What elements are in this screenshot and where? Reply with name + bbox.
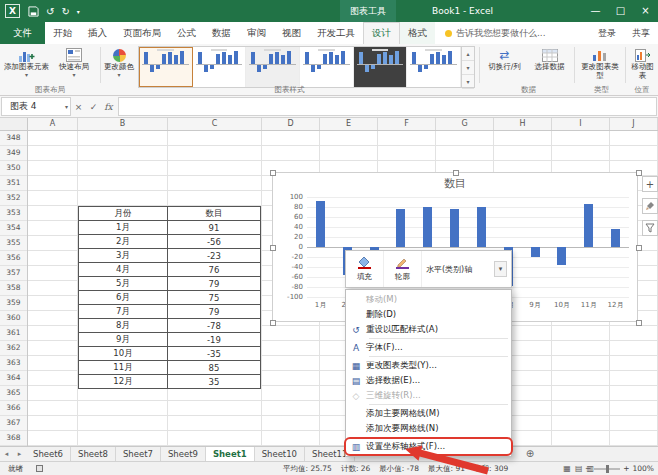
table-cell[interactable]: 3月: [79, 249, 168, 263]
save-icon[interactable]: [28, 6, 39, 17]
selection-handle[interactable]: [453, 170, 459, 176]
column-header-A[interactable]: A: [28, 118, 78, 130]
ribbon-tab-formulas[interactable]: 公式: [169, 22, 204, 44]
chart-style-4[interactable]: [300, 47, 354, 87]
change-colors-button[interactable]: 更改颜色 ▾: [102, 46, 136, 86]
sign-in-button[interactable]: 登录: [590, 22, 624, 44]
table-cell[interactable]: 75: [168, 291, 261, 305]
gallery-scroll-up-icon[interactable]: ▴: [462, 47, 474, 61]
chart-bar[interactable]: [423, 207, 432, 247]
table-cell[interactable]: 8月: [79, 319, 168, 333]
table-cell[interactable]: -56: [168, 235, 261, 249]
row-header-353[interactable]: 353: [0, 206, 27, 221]
context-menu-item-select-data[interactable]: ▤选择数据(E)...: [346, 373, 511, 388]
ribbon-tab-review[interactable]: 审阅: [239, 22, 274, 44]
customize-qat-icon[interactable]: ▾: [77, 8, 80, 15]
name-box[interactable]: 图表 4 ▾: [1, 97, 71, 116]
chart-style-1[interactable]: [139, 47, 193, 87]
row-header-356[interactable]: 356: [0, 251, 27, 266]
row-header-360[interactable]: 360: [0, 311, 27, 326]
table-cell[interactable]: -19: [168, 333, 261, 347]
column-header-E[interactable]: E: [320, 118, 378, 130]
insert-function-icon[interactable]: fx: [101, 102, 116, 112]
table-cell[interactable]: -35: [168, 347, 261, 361]
chart-style-2[interactable]: [193, 47, 247, 87]
table-cell[interactable]: -78: [168, 319, 261, 333]
chart-styles-brush-icon[interactable]: [642, 198, 658, 214]
row-header-349[interactable]: 349: [0, 146, 27, 161]
redo-icon[interactable]: ↻: [61, 6, 69, 17]
table-header-0[interactable]: 月份: [79, 207, 168, 221]
macro-record-icon[interactable]: [36, 465, 43, 472]
chart-elements-plus-icon[interactable]: +: [642, 176, 658, 192]
row-header-362[interactable]: 362: [0, 341, 27, 356]
add-chart-element-button[interactable]: 添加图表元素 ▾: [3, 46, 50, 86]
ribbon-tab-view[interactable]: 视图: [274, 22, 309, 44]
table-cell[interactable]: 35: [168, 375, 261, 389]
quick-layout-button[interactable]: 快速布局 ▾: [52, 46, 96, 86]
context-menu-item-add-major-gridlines[interactable]: 添加主要网格线(M): [346, 406, 511, 421]
zoom-slider-thumb[interactable]: [606, 465, 609, 473]
formula-input[interactable]: [118, 97, 657, 116]
row-header-363[interactable]: 363: [0, 356, 27, 371]
row-header-355[interactable]: 355: [0, 236, 27, 251]
context-menu-item-delete[interactable]: 删除(D): [346, 307, 511, 322]
row-header-367[interactable]: 367: [0, 416, 27, 431]
cancel-formula-icon[interactable]: ×: [71, 102, 86, 112]
row-header-354[interactable]: 354: [0, 221, 27, 236]
row-header-358[interactable]: 358: [0, 281, 27, 296]
table-cell[interactable]: 79: [168, 277, 261, 291]
row-header-359[interactable]: 359: [0, 296, 27, 311]
chart-bar[interactable]: [316, 201, 325, 247]
context-menu-item-add-minor-gridlines[interactable]: 添加次要网格线(N): [346, 421, 511, 436]
row-header-350[interactable]: 350: [0, 161, 27, 176]
selection-handle[interactable]: [270, 170, 276, 176]
context-menu-item-change-chart-type[interactable]: ▦更改图表类型(Y)...: [346, 358, 511, 373]
ribbon-tab-home[interactable]: 开始: [45, 22, 80, 44]
column-header-B[interactable]: B: [78, 118, 168, 130]
chart-bar[interactable]: [531, 247, 540, 257]
row-header-364[interactable]: 364: [0, 371, 27, 386]
row-header-365[interactable]: 365: [0, 386, 27, 401]
undo-icon[interactable]: ↺: [46, 6, 54, 17]
chart-bar[interactable]: [396, 209, 405, 247]
table-cell[interactable]: 9月: [79, 333, 168, 347]
selection-handle[interactable]: [636, 320, 642, 326]
ribbon-tab-developer[interactable]: 开发工具: [309, 22, 363, 44]
ribbon-tab-insert[interactable]: 插入: [80, 22, 115, 44]
table-cell[interactable]: 85: [168, 361, 261, 375]
row-header-348[interactable]: 348: [0, 131, 27, 146]
zoom-in-icon[interactable]: +: [623, 464, 629, 473]
zoom-slider[interactable]: [594, 468, 620, 470]
column-header-J[interactable]: J: [610, 118, 658, 130]
row-header-368[interactable]: 368: [0, 431, 27, 446]
close-button[interactable]: ×: [633, 0, 658, 22]
table-cell[interactable]: 5月: [79, 277, 168, 291]
ribbon-tab-data[interactable]: 数据: [204, 22, 239, 44]
chart-bar[interactable]: [584, 204, 593, 247]
table-cell[interactable]: 91: [168, 221, 261, 235]
row-header-351[interactable]: 351: [0, 176, 27, 191]
ribbon-tab-format[interactable]: 格式: [400, 22, 435, 44]
chart-bar[interactable]: [450, 209, 459, 247]
table-cell[interactable]: 79: [168, 305, 261, 319]
chart-style-3[interactable]: [246, 47, 300, 87]
normal-view-icon[interactable]: ▦: [563, 462, 571, 475]
chart-filters-funnel-icon[interactable]: [642, 220, 658, 236]
row-header-366[interactable]: 366: [0, 401, 27, 416]
ribbon-tab-design[interactable]: 设计: [363, 22, 400, 44]
selection-handle[interactable]: [270, 245, 276, 251]
select-data-button[interactable]: 选择数据: [528, 46, 571, 86]
name-box-dropdown-icon[interactable]: ▾: [65, 98, 68, 115]
table-cell[interactable]: 7月: [79, 305, 168, 319]
switch-row-column-button[interactable]: ⇄ 切换行/列: [483, 46, 526, 86]
minimize-button[interactable]: —: [583, 0, 608, 22]
column-header-H[interactable]: H: [494, 118, 552, 130]
column-header-C[interactable]: C: [168, 118, 262, 130]
sheet-tab-sheet10[interactable]: Sheet10: [255, 447, 305, 461]
chevron-down-icon[interactable]: ▾: [494, 261, 507, 277]
sheet-nav-right-icon[interactable]: ▸: [13, 447, 26, 461]
tell-me-box[interactable]: 告诉我您想要做什么...: [435, 22, 556, 44]
table-cell[interactable]: 76: [168, 263, 261, 277]
select-all-corner[interactable]: [0, 118, 28, 130]
